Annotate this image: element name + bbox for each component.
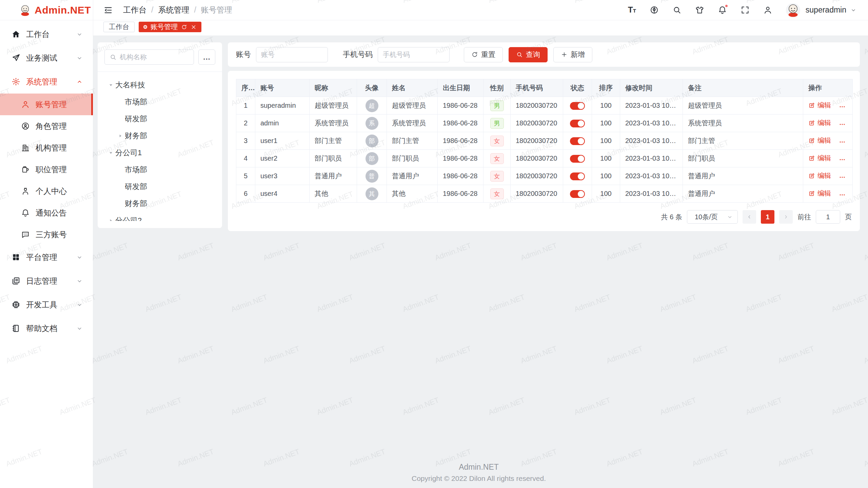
phone-input[interactable] xyxy=(383,51,445,59)
sidebar-collapse-icon[interactable] xyxy=(103,5,113,15)
current-page[interactable]: 1 xyxy=(761,210,774,224)
cell-gender: 女 xyxy=(484,132,511,150)
sidebar-item-third-account[interactable]: 三方账号 xyxy=(0,224,93,245)
edit-button[interactable]: 编辑 xyxy=(808,189,831,198)
more-actions-button[interactable] xyxy=(839,121,846,128)
org-search-input[interactable] xyxy=(120,53,189,61)
account-input[interactable] xyxy=(261,51,323,59)
more-actions-button[interactable] xyxy=(839,174,846,181)
theme-icon[interactable] xyxy=(695,5,704,15)
divider xyxy=(98,72,222,72)
tree-node[interactable]: 分公司2 xyxy=(104,212,215,221)
status-toggle[interactable] xyxy=(570,137,585,145)
sidebar-item-platform-manage[interactable]: 平台管理 xyxy=(0,245,93,269)
page-size-select[interactable]: 10条/页 xyxy=(687,210,738,224)
sidebar-item-dev-tools[interactable]: 开发工具 xyxy=(0,293,93,317)
tab-workbench[interactable]: 工作台 xyxy=(103,22,135,32)
cell-name: 普通用户 xyxy=(387,167,438,185)
status-toggle[interactable] xyxy=(570,172,585,180)
next-page-button[interactable] xyxy=(779,210,793,224)
edit-button[interactable]: 编辑 xyxy=(808,171,831,180)
user-icon[interactable] xyxy=(763,5,772,15)
caret-down-icon[interactable] xyxy=(106,148,115,157)
tree-node[interactable]: 大名科技 xyxy=(104,77,215,94)
cell-status xyxy=(563,97,592,115)
main-area: 工作台 / 系统管理 / 账号管理 TT superadmin 工作台 账号管理 xyxy=(93,0,868,488)
breadcrumb-item-system[interactable]: 系统管理 xyxy=(158,5,189,15)
org-more-button[interactable]: ... xyxy=(198,49,215,65)
chevron-down-icon xyxy=(76,55,83,61)
sidebar-item-personal-center[interactable]: 个人中心 xyxy=(0,180,93,202)
tab-refresh-icon[interactable] xyxy=(181,24,187,30)
tree-node[interactable]: 市场部 xyxy=(104,161,215,178)
tree-node[interactable]: 分公司1 xyxy=(104,144,215,161)
doc-icon xyxy=(12,324,20,333)
username[interactable]: superadmin xyxy=(806,5,846,15)
tree-node[interactable]: 市场部 xyxy=(104,94,215,110)
content: ... 大名科技市场部研发部财务部分公司1市场部研发部财务部分公司2 账号 手机… xyxy=(93,36,868,488)
sidebar-item-position-manage[interactable]: 职位管理 xyxy=(0,159,93,180)
cell-nickname: 部门主管 xyxy=(310,132,357,150)
status-toggle[interactable] xyxy=(570,155,585,163)
sidebar-item-role-manage[interactable]: 角色管理 xyxy=(0,115,93,137)
cell-phone: 18020030720 xyxy=(511,167,563,185)
font-size-icon[interactable]: TT xyxy=(628,5,636,15)
edit-button[interactable]: 编辑 xyxy=(808,154,831,163)
sidebar-item-system-manage[interactable]: 系统管理 xyxy=(0,70,93,94)
sidebar-item-business-test[interactable]: 业务测试 xyxy=(0,46,93,70)
cell-birthdate: 1986-06-28 xyxy=(438,185,484,203)
logo: Admin.NET xyxy=(0,0,93,20)
fullscreen-icon[interactable] xyxy=(741,5,750,15)
tree-node[interactable]: 研发部 xyxy=(104,178,215,195)
sidebar-item-label: 职位管理 xyxy=(36,164,83,175)
tree-node[interactable]: 财务部 xyxy=(104,127,215,144)
sidebar-item-help-docs[interactable]: 帮助文档 xyxy=(0,317,93,340)
user-avatar[interactable] xyxy=(786,3,800,17)
gender-badge: 女 xyxy=(490,153,504,164)
sidebar-item-account-manage[interactable]: 账号管理 xyxy=(0,94,93,115)
column-header: 手机号码 xyxy=(511,79,563,97)
caret-placeholder xyxy=(116,165,125,174)
cell-birthdate: 1986-06-28 xyxy=(438,97,484,115)
caret-down-icon[interactable] xyxy=(106,81,115,89)
user-icon xyxy=(21,100,30,109)
reset-button[interactable]: 重置 xyxy=(464,47,503,62)
status-toggle[interactable] xyxy=(570,102,585,110)
cell-index: 4 xyxy=(236,150,255,167)
sidebar-item-org-manage[interactable]: 机构管理 xyxy=(0,137,93,159)
caret-right-icon[interactable] xyxy=(116,131,125,140)
phone-label: 手机号码 xyxy=(343,49,373,60)
sidebar-item-log-manage[interactable]: 日志管理 xyxy=(0,269,93,293)
status-toggle[interactable] xyxy=(570,120,585,127)
language-icon[interactable] xyxy=(650,5,659,15)
breadcrumb-item-workbench[interactable]: 工作台 xyxy=(123,5,146,15)
sidebar-item-notice[interactable]: 通知公告 xyxy=(0,202,93,224)
cell-gender: 男 xyxy=(484,115,511,132)
tab-account-manage[interactable]: 账号管理 xyxy=(139,22,201,32)
more-actions-button[interactable] xyxy=(839,191,846,198)
more-actions-button[interactable] xyxy=(839,139,846,145)
user-menu-chevron-icon[interactable] xyxy=(850,7,856,13)
chevron-left-icon xyxy=(747,214,752,220)
sidebar-item-workbench[interactable]: 工作台 xyxy=(0,22,93,46)
search-icon[interactable] xyxy=(672,5,682,15)
edit-icon xyxy=(808,172,815,179)
chevron-down-icon xyxy=(727,214,733,220)
more-actions-button[interactable] xyxy=(839,103,846,110)
tree-node[interactable]: 财务部 xyxy=(104,195,215,212)
caret-right-icon[interactable] xyxy=(106,216,115,221)
notification-bell-icon[interactable] xyxy=(718,5,727,15)
tab-close-icon[interactable] xyxy=(191,24,197,30)
edit-button[interactable]: 编辑 xyxy=(808,136,831,145)
edit-button[interactable]: 编辑 xyxy=(808,101,831,110)
prev-page-button[interactable] xyxy=(743,210,756,224)
add-button[interactable]: 新增 xyxy=(553,47,592,62)
cell-status xyxy=(563,150,592,167)
status-toggle[interactable] xyxy=(570,190,585,198)
search-button[interactable]: 查询 xyxy=(509,47,548,62)
tree-node[interactable]: 研发部 xyxy=(104,110,215,127)
more-actions-button[interactable] xyxy=(839,156,846,163)
goto-page-input[interactable] xyxy=(816,210,840,224)
cell-account: user1 xyxy=(255,132,310,150)
edit-button[interactable]: 编辑 xyxy=(808,118,831,127)
